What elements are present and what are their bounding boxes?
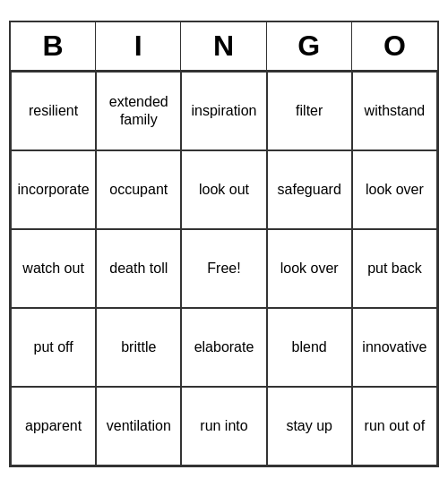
cell-text: run out of	[365, 417, 426, 434]
bingo-cell: look over	[267, 229, 352, 308]
cell-text: incorporate	[18, 181, 90, 198]
bingo-cell: Free!	[181, 229, 266, 308]
cell-text: apparent	[25, 417, 82, 434]
bingo-cell: safeguard	[267, 150, 352, 229]
bingo-cell: death toll	[96, 229, 181, 308]
cell-text: Free!	[207, 260, 240, 277]
cell-text: look over	[280, 260, 339, 277]
header-letter: O	[352, 22, 437, 70]
cell-text: inspiration	[192, 102, 257, 119]
cell-text: occupant	[109, 181, 168, 198]
cell-text: resilient	[29, 102, 78, 119]
bingo-cell: brittle	[96, 308, 181, 387]
bingo-grid: resilientextended familyinspirationfilte…	[11, 72, 437, 466]
cell-text: elaborate	[194, 338, 254, 355]
bingo-cell: withstand	[352, 72, 437, 150]
bingo-cell: filter	[267, 72, 352, 150]
cell-text: look out	[199, 181, 249, 198]
cell-text: watch out	[22, 260, 83, 277]
bingo-cell: ventilation	[96, 387, 181, 466]
cell-text: brittle	[121, 338, 156, 355]
cell-text: stay up	[286, 417, 332, 434]
cell-text: ventilation	[107, 417, 171, 434]
cell-text: filter	[296, 102, 323, 119]
cell-text: look over	[366, 181, 424, 198]
bingo-cell: look out	[181, 150, 266, 229]
header-letter: G	[267, 22, 352, 70]
cell-text: death toll	[109, 260, 168, 277]
bingo-cell: extended family	[96, 72, 181, 150]
bingo-header: BINGO	[11, 22, 437, 72]
bingo-cell: incorporate	[11, 150, 96, 229]
cell-text: safeguard	[278, 181, 341, 198]
bingo-cell: watch out	[11, 229, 96, 308]
bingo-cell: put off	[11, 308, 96, 387]
bingo-cell: elaborate	[181, 308, 266, 387]
bingo-cell: inspiration	[181, 72, 266, 150]
bingo-cell: innovative	[352, 308, 437, 387]
bingo-cell: blend	[267, 308, 352, 387]
bingo-cell: run into	[181, 387, 266, 466]
bingo-cell: look over	[352, 150, 437, 229]
cell-text: extended family	[100, 93, 177, 127]
header-letter: I	[96, 22, 181, 70]
bingo-cell: apparent	[11, 387, 96, 466]
header-letter: B	[11, 22, 96, 70]
bingo-cell: run out of	[352, 387, 437, 466]
cell-text: put back	[367, 260, 421, 277]
cell-text: innovative	[362, 338, 426, 355]
bingo-cell: resilient	[11, 72, 96, 150]
bingo-cell: stay up	[267, 387, 352, 466]
bingo-card: BINGO resilientextended familyinspiratio…	[9, 21, 439, 467]
bingo-cell: occupant	[96, 150, 181, 229]
header-letter: N	[181, 22, 266, 70]
cell-text: put off	[34, 338, 73, 355]
bingo-cell: put back	[352, 229, 437, 308]
cell-text: blend	[292, 338, 327, 355]
cell-text: withstand	[365, 102, 426, 119]
cell-text: run into	[200, 417, 247, 434]
